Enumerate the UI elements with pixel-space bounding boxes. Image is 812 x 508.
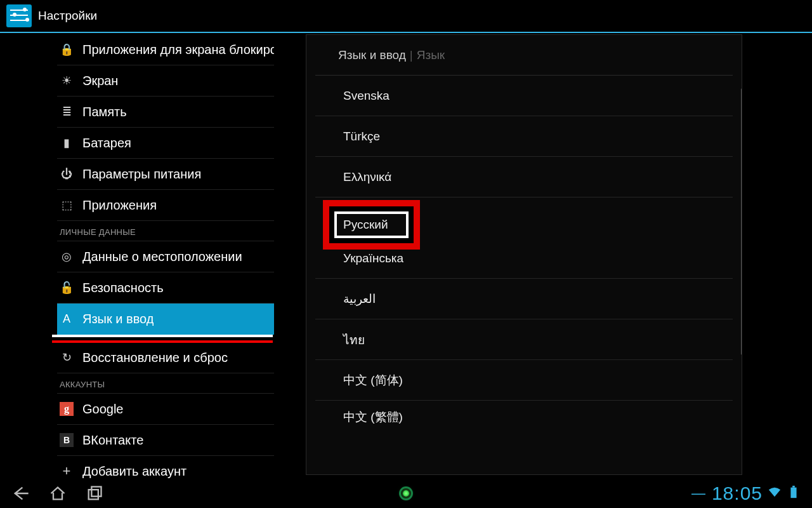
sidebar-item-label: ВКонтакте bbox=[82, 433, 143, 448]
section-label: ЛИЧНЫЕ ДАННЫЕ bbox=[60, 227, 136, 237]
google-icon: g bbox=[60, 402, 74, 416]
recent-apps-button[interactable] bbox=[85, 484, 104, 503]
vk-icon: B bbox=[60, 433, 74, 447]
sidebar-item-label: Экран bbox=[82, 74, 118, 88]
notification-dash-icon: — bbox=[691, 485, 705, 502]
scrollbar-thumb[interactable] bbox=[741, 88, 742, 355]
storage-icon: ≣ bbox=[60, 105, 74, 119]
highlighted-language[interactable]: Русский bbox=[334, 211, 409, 238]
system-nav-bar: — 18:05 bbox=[0, 479, 812, 508]
status-clock[interactable]: 18:05 bbox=[712, 483, 763, 504]
sidebar-item-label: Приложения bbox=[82, 198, 157, 213]
sidebar-item-security[interactable]: 🔓 Безопасность bbox=[57, 272, 274, 304]
lock-icon: 🔒 bbox=[60, 43, 74, 57]
apps-icon: ⬚ bbox=[60, 198, 74, 212]
language-option[interactable]: 中文 (简体) bbox=[315, 360, 733, 401]
annotation-highlight-box: Русский bbox=[323, 200, 420, 250]
section-label: АККАУНТЫ bbox=[60, 380, 105, 389]
sidebar-item-label: Память bbox=[82, 105, 127, 119]
sidebar-item-power[interactable]: ⏻ Параметры питания bbox=[57, 159, 274, 190]
sidebar-item-label: Данные о местоположении bbox=[82, 250, 242, 264]
language-option[interactable]: Türkçe bbox=[315, 116, 733, 157]
section-header-personal: ЛИЧНЫЕ ДАННЫЕ bbox=[57, 221, 274, 241]
breadcrumb-separator: | bbox=[410, 48, 413, 62]
language-icon: A bbox=[60, 312, 74, 326]
sidebar-item-apps[interactable]: ⬚ Приложения bbox=[57, 190, 274, 221]
language-option[interactable]: ไทย bbox=[315, 319, 733, 360]
sidebar-item-language-input[interactable]: A Язык и ввод bbox=[57, 304, 274, 335]
sidebar-item-google[interactable]: g Google bbox=[57, 394, 274, 425]
section-header-accounts: АККАУНТЫ bbox=[57, 373, 274, 394]
svg-rect-0 bbox=[89, 490, 98, 499]
annotation-underline-white bbox=[52, 335, 273, 337]
sidebar-item-battery[interactable]: ▮ Батарея bbox=[57, 128, 274, 159]
home-button[interactable] bbox=[48, 484, 67, 503]
settings-app-icon bbox=[6, 4, 32, 27]
battery-icon: ▮ bbox=[60, 136, 74, 150]
sidebar-item-label: Приложения для экрана блокировки bbox=[82, 43, 274, 57]
app-bar: Настройки bbox=[0, 0, 812, 33]
language-list[interactable]: Svenska Türkçe Ελληνικά Русский Українсь… bbox=[306, 76, 742, 434]
svg-rect-2 bbox=[790, 488, 796, 498]
language-option[interactable]: Ελληνικά bbox=[315, 157, 733, 197]
language-option[interactable]: Svenska bbox=[315, 76, 733, 116]
display-icon: ☀ bbox=[60, 74, 74, 88]
sidebar-item-storage[interactable]: ≣ Память bbox=[57, 97, 274, 128]
glow-ring-icon bbox=[399, 486, 413, 500]
sidebar-item-add-account[interactable]: + Добавить аккаунт bbox=[57, 456, 274, 479]
breadcrumb-sub: Язык bbox=[417, 48, 445, 62]
settings-sidebar: 🔒 Приложения для экрана блокировки ☀ Экр… bbox=[0, 34, 274, 479]
language-option[interactable]: العربية bbox=[315, 279, 733, 319]
annotation-underline-red bbox=[52, 340, 273, 343]
sidebar-item-label: Восстановление и сброс bbox=[82, 351, 228, 365]
voice-search-button[interactable] bbox=[399, 486, 413, 500]
wifi-icon bbox=[768, 485, 782, 502]
sidebar-item-label: Параметры питания bbox=[82, 167, 201, 182]
backup-icon: ↻ bbox=[60, 351, 74, 364]
sidebar-item-lockscreen-apps[interactable]: 🔒 Приложения для экрана блокировки bbox=[57, 34, 274, 65]
breadcrumb: Язык и ввод | Язык bbox=[315, 35, 733, 76]
sidebar-item-location[interactable]: ◎ Данные о местоположении bbox=[57, 241, 274, 272]
back-button[interactable] bbox=[11, 484, 30, 503]
svg-rect-3 bbox=[792, 486, 795, 488]
battery-status-icon bbox=[787, 485, 801, 502]
sidebar-item-vkontakte[interactable]: B ВКонтакте bbox=[57, 425, 274, 456]
breadcrumb-main: Язык и ввод bbox=[338, 48, 406, 62]
sidebar-item-label: Google bbox=[82, 402, 124, 417]
sidebar-item-label: Безопасность bbox=[82, 281, 164, 295]
detail-pane: Язык и ввод | Язык Svenska Türkçe Ελληνι… bbox=[274, 34, 812, 479]
sidebar-item-display[interactable]: ☀ Экран bbox=[57, 65, 274, 97]
plus-icon: + bbox=[60, 464, 74, 478]
location-icon: ◎ bbox=[60, 250, 74, 264]
language-option[interactable]: 中文 (繁體) bbox=[315, 401, 733, 434]
sidebar-item-backup-reset[interactable]: ↻ Восстановление и сброс bbox=[57, 342, 274, 373]
sidebar-item-label: Батарея bbox=[82, 136, 131, 150]
power-icon: ⏻ bbox=[60, 167, 74, 181]
security-icon: 🔓 bbox=[60, 281, 74, 295]
app-title: Настройки bbox=[38, 9, 97, 23]
main-split: 🔒 Приложения для экрана блокировки ☀ Экр… bbox=[0, 34, 812, 479]
sidebar-item-label: Добавить аккаунт bbox=[82, 464, 187, 479]
svg-rect-1 bbox=[91, 487, 101, 497]
sidebar-item-label: Язык и ввод bbox=[82, 312, 154, 326]
